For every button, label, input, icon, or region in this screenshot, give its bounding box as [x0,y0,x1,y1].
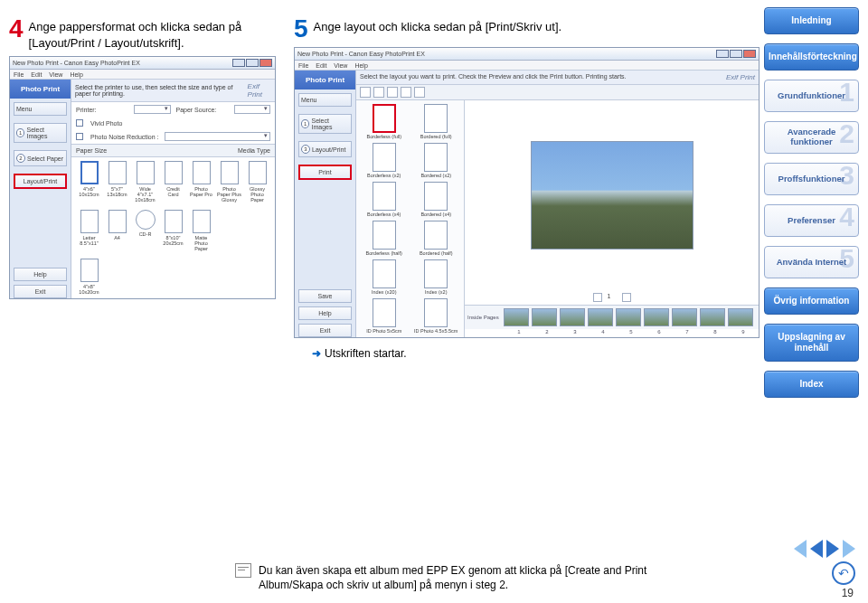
layout-option: ID Photo 4.5x5.5cm [412,298,461,334]
menu-edit: Edit [316,62,326,69]
thumbnail [644,308,669,326]
menu-bar: File Edit View Help [295,61,759,71]
menu-help: Help [70,71,82,78]
paper-option: CD-R [133,210,157,237]
paper-option: Wide 4"x7.1" 10x18cm [133,161,157,203]
nav-toc[interactable]: Innehållsförteckning [764,43,859,71]
sidebar-panel: Photo Print Menu 1Select Images 3Layout/… [295,71,356,337]
noise-check [76,133,83,140]
paper-option: A4 [105,210,129,240]
preview-panel: 1 Inside Pages [465,100,759,337]
nav-intro[interactable]: Inledning [764,7,859,34]
thumbnail [560,308,585,326]
layout-option: Borderless (full) [360,104,409,139]
noise-dd [165,132,271,141]
step-5-screenshot: New Photo Print - Canon Easy PhotoPrint … [294,47,760,338]
paper-option: Matte Photo Paper [189,210,213,251]
next-button[interactable] [826,540,839,558]
sidebar-menu: Menu [298,93,352,107]
layout-option: ID Photo 5x5cm [360,298,409,334]
thumbnail [588,308,613,326]
sidebar-print: Print [298,165,352,180]
thumbnail [532,308,557,326]
thumbnail [616,308,641,326]
back-button[interactable]: ↶ [832,561,855,585]
sidebar-select-paper: 2Select Paper [14,150,67,166]
doc-sidebar: Inledning Innehållsförteckning 1Grundfun… [764,7,859,398]
nav-chapter-4[interactable]: 4Preferenser [764,204,859,237]
menu-bar: File Edit View Help [10,70,275,80]
preview-pager: 1 [465,290,759,305]
paper-option: 5"x7" 13x18cm [105,161,129,197]
printer-dd [134,105,171,114]
step-4-screenshot: New Photo Print - Canon Easy PhotoPrint … [9,56,276,299]
nav-chapter-2[interactable]: 2Avancerade funktioner [764,121,859,154]
sidebar-help: Help [14,268,67,281]
sidebar-exit: Exit [298,324,352,337]
papersrc-dd [234,105,271,114]
nav-index[interactable]: Index [764,371,859,398]
sidebar-layout-print: Layout/Print [14,174,67,189]
thumbnail [700,308,725,326]
sidebar-exit: Exit [14,285,67,298]
tip-note: Du kan även skapa ett album med EPP EX g… [235,563,705,592]
thumbnail-strip: Inside Pages [465,305,759,329]
prev-button[interactable] [810,540,823,558]
nav-other-info[interactable]: Övrig information [764,287,859,315]
next-next-button[interactable] [843,540,855,558]
vivid-label: Vivid Photo [90,120,122,127]
sidebar-menu: Menu [14,102,67,116]
thumbnail [728,308,753,326]
layout-options: Borderless (full) Bordered (full) Border… [356,100,465,337]
nav-chapter-1[interactable]: 1Grundfunktioner [764,80,859,112]
paper-option: 8"x10" 20x25cm [161,210,185,246]
window-controls [716,50,756,58]
papersrc-label: Paper Source: [176,107,229,113]
window-title: New Photo Print - Canon Easy PhotoPrint … [13,60,140,66]
step-5-number: 5 [294,16,308,42]
nav-chapter-3[interactable]: 3Proffsfunktioner [764,163,859,195]
exif-label: Exif Print [726,73,755,81]
caption: Select the printer to use, then select t… [75,84,248,97]
paper-option: Credit Card [161,161,185,197]
sidebar-save: Save [298,289,352,303]
paper-size-hdr: Paper Size [76,147,107,154]
layout-option: Bordered (half) [412,221,461,256]
printer-label: Printer: [76,107,128,113]
step-4-number: 4 [9,16,24,42]
sidebar-layout-print: 3Layout/Print [298,141,352,157]
layout-option: Bordered (full) [412,104,461,139]
step-5-text: Ange layout och klicka sedan på [Print/S… [314,16,760,35]
sidebar-heading: Photo Print [295,71,355,90]
layout-option: Borderless (x2) [360,143,409,178]
layout-option: Index (x20) [360,259,409,295]
sidebar-heading: Photo Print [10,80,71,99]
pager-controls [794,540,855,558]
paper-option: Photo Paper Plus Glossy [217,161,241,203]
window-title: New Photo Print - Canon Easy PhotoPrint … [297,51,425,57]
caption: Select the layout you want to print. Che… [360,73,627,81]
thumbnail [672,308,697,326]
thumbnail [504,308,529,326]
layout-option: Bordered (x2) [412,143,461,178]
menu-view: View [49,71,62,78]
result-note: ➜ Utskriften startar. [312,347,760,360]
step-5: 5 Ange layout och klicka sedan på [Print… [294,16,760,360]
paper-option: 4"x8" 10x20cm [77,259,101,295]
paper-grid: 4"x6" 10x15cm 5"x7" 13x18cm Wide 4"x7.1"… [71,157,275,298]
exif-label: Exif Print [248,82,271,99]
menu-file: File [14,71,24,78]
paper-option: Letter 8.5"x11" [77,210,101,246]
paper-option: 4"x6" 10x15cm [77,161,101,197]
prev-prev-button[interactable] [794,540,807,558]
layout-option: Index (x2) [412,259,461,295]
layout-option: Borderless (half) [360,221,409,256]
page-number: 19 [842,587,854,599]
result-text: Utskriften startar. [325,347,407,360]
nav-lookup[interactable]: Uppslagning av innehåll [764,324,859,362]
menu-help: Help [354,62,367,69]
tip-text: Du kan även skapa ett album med EPP EX g… [259,563,705,592]
sidebar-panel: Photo Print Menu 1Select Images 2Select … [10,80,71,298]
sidebar-select-images: 1Select Images [298,114,352,134]
nav-chapter-5[interactable]: 5Använda Internet [764,246,859,278]
